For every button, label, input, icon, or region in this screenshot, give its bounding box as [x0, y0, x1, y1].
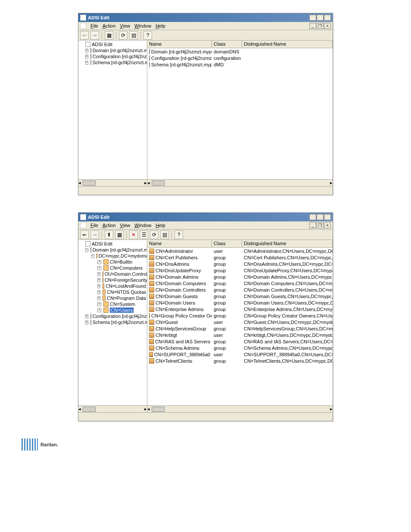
child-restore-button[interactable]: ❐	[317, 222, 324, 228]
list-row[interactable]: Schema [rd-gcf4j2nzmzt.myp...dMD	[147, 61, 333, 68]
tree-container[interactable]: CN=Builtin	[110, 259, 132, 264]
back-button[interactable]: ⇐	[80, 230, 89, 239]
export-button[interactable]: ▤	[129, 31, 138, 40]
help-button[interactable]: ?	[174, 230, 183, 239]
refresh-button[interactable]: ⟳	[119, 31, 128, 40]
expander-icon[interactable]: +	[85, 49, 88, 53]
properties-button[interactable]: ▦	[115, 230, 124, 239]
child-restore-button[interactable]: ❐	[317, 23, 324, 29]
maximize-button[interactable]: □	[317, 214, 324, 220]
menu-window[interactable]: Window	[134, 223, 151, 228]
expander-icon[interactable]: +	[85, 314, 88, 318]
list-row[interactable]: CN=DnsUpdateProxygroupCN=DnsUpdateProxy,…	[147, 267, 333, 274]
tree-schema[interactable]: Schema [rd-gcf4j2nzmzt.mypc.my	[93, 320, 147, 325]
menu-action[interactable]: Action	[103, 23, 116, 28]
list-row[interactable]: CN=Enterprise AdminsgroupCN=Enterprise A…	[147, 306, 333, 312]
tree-container[interactable]: CN=Computers	[110, 265, 143, 271]
list-row[interactable]: CN=SUPPORT_388945a0userCN=SUPPORT_388945…	[147, 351, 333, 358]
back-button[interactable]: ⇐	[80, 31, 89, 40]
tree-config[interactable]: Configuration [rd-gcf4j2nzmzt.m	[93, 314, 147, 319]
list-row[interactable]: CN=Domain ComputersgroupCN=Domain Comput…	[147, 280, 333, 286]
child-close-button[interactable]: ×	[324, 222, 331, 228]
child-close-button[interactable]: ×	[324, 23, 331, 29]
up-button[interactable]: ⬆	[105, 230, 113, 239]
titlebar[interactable]: ADSI Edit _ □ ×	[78, 13, 333, 22]
tree-domain[interactable]: Domain [rd-gcf4j2nzmzt.mypc.my	[93, 247, 147, 252]
col-dn[interactable]: Distinguished Name	[242, 240, 333, 247]
child-minimize-button[interactable]: _	[309, 222, 316, 228]
menu-help[interactable]: Help	[156, 23, 165, 28]
list-row[interactable]: CN=HelpServicesGroupgroupCN=HelpServices…	[147, 325, 333, 332]
list-row[interactable]: CN=TelnetClientsgroupCN=TelnetClients,CN…	[147, 358, 333, 364]
help-button[interactable]: ?	[143, 31, 152, 40]
tree-hscroll[interactable]: ◂▸	[78, 179, 147, 186]
close-button[interactable]: ×	[324, 15, 331, 21]
forward-button[interactable]: ⇒	[90, 31, 99, 40]
list-row[interactable]: CN=Domain ControllersgroupCN=Domain Cont…	[147, 286, 333, 293]
list-row[interactable]: CN=krbtgtuserCN=krbtgt,CN=Users,DC=mypc,…	[147, 332, 333, 338]
tree-pane[interactable]: ADSI Edit −Domain [rd-gcf4j2nzmzt.mypc.m…	[78, 240, 147, 412]
titlebar[interactable]: ADSI Edit _ □ ×	[78, 213, 333, 221]
tree-pane[interactable]: ADSI Edit +Domain [rd-gcf4j2nzmzt.mypc.m…	[78, 40, 147, 186]
list-row[interactable]: Configuration [rd-gcf4j2nzmz...configura…	[147, 55, 333, 61]
props2-button[interactable]: ☰	[140, 230, 148, 239]
refresh-button[interactable]: ⟳	[150, 230, 159, 239]
expander-icon[interactable]: +	[97, 302, 101, 306]
minimize-button[interactable]: _	[309, 15, 316, 21]
minimize-button[interactable]: _	[309, 214, 316, 220]
expander-icon[interactable]: +	[97, 296, 100, 300]
delete-button[interactable]: ✕	[129, 230, 138, 239]
col-name[interactable]: Name	[147, 40, 212, 48]
tree-root[interactable]: ADSI Edit	[92, 241, 112, 246]
tree-hscroll[interactable]: ◂▸	[78, 405, 147, 412]
list-row[interactable]: CN=Group Policy Creator Ow...groupCN=Gro…	[147, 312, 333, 319]
expander-icon[interactable]: +	[97, 290, 100, 294]
tree-container[interactable]: CN=ForeignSecurityPrinci	[105, 277, 147, 283]
properties-button[interactable]: ▦	[105, 31, 113, 40]
list-row[interactable]: CN=Cert PublishersgroupCN=Cert Publisher…	[147, 254, 333, 261]
col-name[interactable]: Name	[147, 240, 212, 247]
menu-file[interactable]: File	[90, 23, 98, 28]
list-row[interactable]: CN=DnsAdminsgroupCN=DnsAdmins,CN=Users,D…	[147, 261, 333, 267]
tree-dc[interactable]: DC=mypc,DC=mydomain,DC	[99, 253, 147, 258]
menu-action[interactable]: Action	[103, 223, 116, 228]
list-pane[interactable]: Name Class Distinguished Name CN=Adminis…	[147, 240, 333, 412]
expander-icon[interactable]: +	[85, 55, 88, 59]
list-row[interactable]: CN=Schema AdminsgroupCN=Schema Admins,CN…	[147, 345, 333, 351]
col-class[interactable]: Class	[212, 240, 242, 247]
menu-file[interactable]: File	[90, 223, 98, 228]
close-button[interactable]: ×	[324, 214, 331, 220]
list-row[interactable]: CN=Domain AdminsgroupCN=Domain Admins,CN…	[147, 274, 333, 280]
expander-icon[interactable]: +	[97, 308, 101, 312]
menu-view[interactable]: View	[120, 223, 130, 228]
maximize-button[interactable]: □	[317, 15, 324, 21]
list-row[interactable]: CN=RAS and IAS ServersgroupCN=RAS and IA…	[147, 338, 333, 345]
child-minimize-button[interactable]: _	[309, 23, 316, 29]
tree-schema[interactable]: Schema [rd-gcf4j2nzmzt.mypc.my	[93, 60, 147, 65]
expander-icon[interactable]: +	[85, 61, 88, 65]
list-hscroll[interactable]: ◂▸	[147, 179, 333, 186]
list-hscroll[interactable]: ◂▸	[147, 405, 333, 412]
col-class[interactable]: Class	[212, 40, 242, 48]
list-row[interactable]: CN=AdministratoruserCN=Administrator,CN=…	[147, 248, 333, 254]
tree-domain[interactable]: Domain [rd-gcf4j2nzmzt.mypc.my	[93, 48, 147, 53]
tree-container[interactable]: CN=NTDS Quotas	[107, 289, 146, 295]
expander-icon[interactable]: −	[85, 248, 88, 252]
menu-window[interactable]: Window	[134, 23, 151, 28]
tree-container[interactable]: CN=LostAndFound	[106, 283, 146, 289]
menu-view[interactable]: View	[120, 23, 130, 28]
list-row[interactable]: CN=Domain UsersgroupCN=Domain Users,CN=U…	[147, 299, 333, 306]
expander-icon[interactable]: +	[97, 260, 101, 264]
list-pane[interactable]: Name Class Distinguished Name Domain [rd…	[147, 40, 333, 186]
menu-help[interactable]: Help	[156, 223, 165, 228]
forward-button[interactable]: ⇒	[90, 230, 99, 239]
expander-icon[interactable]: +	[97, 284, 100, 288]
expander-icon[interactable]: −	[91, 254, 94, 258]
expander-icon[interactable]: +	[97, 278, 100, 282]
expander-icon[interactable]: +	[85, 320, 88, 324]
list-row[interactable]: Domain [rd-gcf4j2nzmzt.mypc...domainDNS	[147, 48, 333, 55]
expander-icon[interactable]: +	[97, 272, 100, 276]
col-dn[interactable]: Distinguished Name	[242, 40, 333, 48]
tree-config[interactable]: Configuration [rd-gcf4j2nzmzt.my	[93, 54, 147, 59]
tree-container[interactable]: CN=Program Data	[107, 296, 146, 301]
